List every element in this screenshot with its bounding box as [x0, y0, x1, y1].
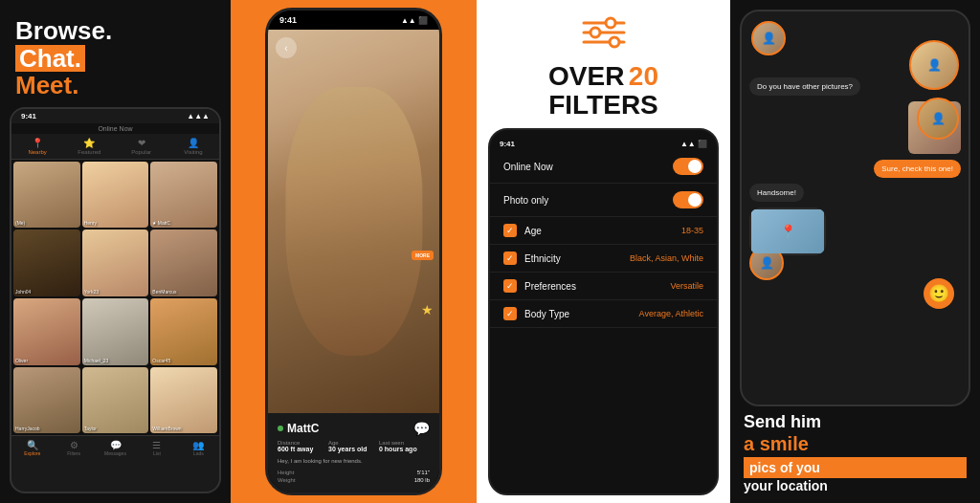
- profile-name: MattC: [287, 422, 319, 435]
- age-value: 30 years old: [328, 446, 379, 452]
- filter-age: ✓ Age 18-35: [490, 217, 717, 245]
- phone-notch: 9:41 ▲▲ ⬛: [268, 11, 439, 30]
- grid-cell[interactable]: Taylor: [82, 367, 149, 434]
- visiting-icon: 👤: [188, 138, 199, 148]
- filter-time: 9:41: [500, 140, 515, 148]
- filter-photo-only: Photo only: [490, 184, 717, 217]
- bottom-messages[interactable]: 💬 Messages: [95, 440, 136, 456]
- phone-mockup-1: 9:41 ▲▲▲ Online Now 📍 Nearby ⭐ Featured …: [10, 107, 221, 493]
- online-now-toggle[interactable]: [673, 158, 703, 175]
- nav-featured[interactable]: ⭐ Featured: [63, 134, 115, 159]
- grid-cell[interactable]: HarryJacob: [13, 367, 80, 434]
- filter-phone-header: 9:41 ▲▲ ⬛: [490, 138, 717, 150]
- age-label: Age: [524, 226, 681, 236]
- nav-visiting[interactable]: 👤 Visiting: [167, 134, 219, 159]
- nav-label: Featured: [78, 149, 100, 155]
- grid-label: Oliver: [15, 358, 28, 363]
- smile-emoji: 🙂: [924, 278, 954, 309]
- age-checkbox[interactable]: ✓: [503, 224, 517, 237]
- grid-label: York23: [84, 289, 99, 295]
- chat-area: 👤 👤 👤 👤 Do you have other pictures? Sure…: [742, 11, 969, 405]
- filter-icon: [488, 15, 719, 57]
- ethnicity-label: Ethnicity: [524, 253, 630, 264]
- nav-nearby[interactable]: 📍 Nearby: [11, 134, 63, 159]
- pics-label: pics of you: [749, 460, 820, 475]
- map-pin-icon: 📍: [780, 224, 796, 239]
- bio-text: Hey, I am looking for new friends.: [278, 458, 430, 464]
- more-button[interactable]: MORE: [412, 251, 434, 260]
- bottom-label: Lads: [193, 450, 204, 456]
- height-row: Height 5'11": [278, 470, 430, 475]
- panel-photo: 9:41 ▲▲ ⬛ ‹ MORE ★ MattC 💬 Distance 600 …: [231, 0, 477, 503]
- chat-map-message: 📍: [749, 208, 826, 255]
- popular-icon: ❤: [138, 138, 145, 148]
- grid-cell[interactable]: York23: [82, 230, 149, 296]
- bottom-list[interactable]: ☰ List: [136, 440, 177, 456]
- height-key: Height: [278, 470, 294, 475]
- twenty-label: 20: [629, 61, 658, 91]
- star-button[interactable]: ★: [421, 302, 434, 317]
- weight-val: 180 lb: [414, 477, 430, 483]
- grid-cell[interactable]: Oscar45: [150, 298, 217, 365]
- grid-cell[interactable]: WilliamBrown: [150, 367, 217, 434]
- grid-label: Michael_23: [84, 358, 109, 363]
- body-type-checkbox[interactable]: ✓: [503, 307, 517, 320]
- chat-phone: 👤 👤 👤 👤 Do you have other pictures? Sure…: [740, 10, 970, 406]
- filters-icon: ⚙: [70, 440, 78, 450]
- send-him-line1: Send him: [744, 412, 967, 433]
- grid-cell[interactable]: (Me): [13, 162, 80, 229]
- filter-ethnicity: ✓ Ethnicity Black, Asian, White: [490, 245, 717, 273]
- preferences-value: Versatile: [670, 281, 703, 291]
- profile-photo: [268, 30, 439, 413]
- grid-cell[interactable]: BenMarcus: [150, 230, 217, 296]
- svg-point-5: [610, 37, 619, 47]
- body-type-value: Average, Athletic: [639, 309, 703, 318]
- user-grid: (Me) Henry ★ MattC John04 York23 BenMarc…: [11, 160, 219, 436]
- distance-stat: Distance 600 ft away: [278, 440, 328, 452]
- avatar-1: 👤: [751, 21, 786, 55]
- bottom-filters[interactable]: ⚙ Filters: [53, 440, 94, 456]
- filter-preferences: ✓ Preferences Versatile: [490, 273, 717, 300]
- grid-label: (Me): [15, 220, 25, 226]
- bottom-explore[interactable]: 🔍 Explore: [11, 440, 53, 456]
- avatar-2: 👤: [909, 40, 959, 90]
- online-dot: [278, 426, 283, 431]
- svg-point-3: [590, 28, 600, 37]
- location-label: your location: [744, 478, 967, 493]
- body-type-label: Body Type: [524, 309, 639, 319]
- grid-label: HarryJacob: [15, 426, 40, 431]
- filter-phone: 9:41 ▲▲ ⬛ Online Now Photo only ✓ Age 18…: [488, 128, 719, 495]
- nav-popular[interactable]: ❤ Popular: [116, 134, 167, 159]
- photo-only-toggle[interactable]: [673, 191, 703, 208]
- grid-cell[interactable]: Michael_23: [82, 298, 149, 365]
- chat-button[interactable]: 💬: [413, 421, 430, 436]
- grid-label: Oscar45: [152, 358, 170, 363]
- grid-cell[interactable]: John04: [13, 230, 80, 296]
- ethnicity-checkbox[interactable]: ✓: [503, 252, 517, 265]
- bottom-label: List: [153, 450, 161, 456]
- weight-key: Weight: [278, 477, 296, 483]
- pics-box: pics of you: [744, 457, 967, 478]
- face-detail: [285, 87, 422, 356]
- nav-label: Popular: [131, 149, 151, 155]
- seen-stat: Last seen 0 hours ago: [379, 440, 430, 452]
- back-button[interactable]: ‹: [276, 37, 297, 58]
- grid-cell[interactable]: ★ MattC: [150, 162, 217, 229]
- send-him-line2: a smile: [744, 433, 809, 454]
- preferences-checkbox[interactable]: ✓: [503, 279, 517, 293]
- messages-icon: 💬: [110, 440, 122, 450]
- grid-cell[interactable]: Henry: [82, 162, 149, 229]
- grid-label: Henry: [84, 220, 97, 226]
- phone-mockup-2: 9:41 ▲▲ ⬛ ‹ MORE ★ MattC 💬 Distance 600 …: [265, 8, 442, 495]
- over-text: OVER 20: [488, 61, 719, 92]
- bottom-lads[interactable]: 👥 Lads: [178, 440, 219, 456]
- meet-headline: Meet.: [15, 72, 215, 99]
- grid-cell[interactable]: Oliver: [13, 298, 80, 365]
- grid-label: BenMarcus: [152, 289, 176, 295]
- bottom-nav: 🔍 Explore ⚙ Filters 💬 Messages ☰ List 👥 …: [11, 435, 219, 460]
- profile-info: MattC 💬 Distance 600 ft away Age 30 year…: [268, 413, 439, 492]
- grid-label: Taylor: [84, 426, 97, 431]
- bottom-label: Explore: [24, 450, 40, 456]
- explore-icon: 🔍: [27, 440, 38, 450]
- online-now-bar: Online Now: [11, 123, 219, 134]
